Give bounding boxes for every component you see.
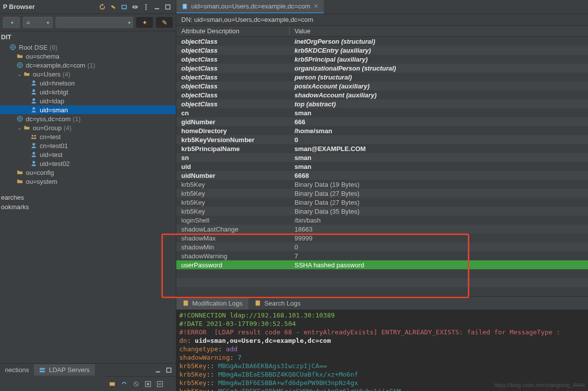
svg-point-17 — [32, 152, 35, 155]
table-row[interactable]: snsman — [176, 153, 588, 162]
tab-modification-logs[interactable]: Modification Logs — [176, 297, 248, 310]
new-server-icon[interactable] — [107, 379, 117, 389]
panel-minimize-icon[interactable] — [153, 365, 163, 375]
svg-point-14 — [32, 135, 34, 137]
th-value[interactable]: Value — [290, 27, 588, 35]
table-row[interactable]: shadowMax99999 — [176, 234, 588, 242]
table-row[interactable]: shadowWarning7 — [176, 251, 588, 260]
ldap-tree[interactable]: Root DSE(6)ou=schemadc=example,dc=com(1)… — [0, 41, 176, 193]
tree-item[interactable]: cn=test01 — [0, 141, 176, 150]
table-row[interactable]: krb5KeyBinary Data (19 Bytes) — [176, 180, 588, 189]
table-row[interactable]: homeDirectory/home/sman — [176, 126, 588, 135]
table-row[interactable]: userPasswordSSHA hashed password — [176, 260, 588, 269]
svg-point-9 — [32, 80, 35, 83]
tab-search-logs[interactable]: Search Logs — [248, 297, 306, 310]
tab-connections[interactable]: nections — [0, 364, 34, 376]
table-row[interactable]: krb5KeyBinary Data (27 Bytes) — [176, 189, 588, 198]
bookmarks-section[interactable]: ookmarks — [0, 202, 176, 214]
searches-section[interactable]: earches — [0, 193, 176, 202]
add-icon[interactable] — [143, 379, 153, 389]
filter-wand[interactable]: ✎ — [156, 17, 173, 28]
left-toolbar — [97, 2, 173, 12]
table-row[interactable]: krb5KeyVersionNumber0 — [176, 135, 588, 144]
tree-item[interactable]: ou=system — [0, 177, 176, 186]
restore-icon[interactable] — [163, 2, 173, 12]
table-row[interactable]: objectClassposixAccount (auxiliary) — [176, 81, 588, 90]
svg-point-11 — [32, 98, 35, 101]
connect-icon[interactable] — [119, 379, 129, 389]
table-row[interactable] — [176, 278, 588, 287]
tree-item[interactable]: uid=krbtgt — [0, 87, 176, 96]
log-output[interactable]: #!CONNECTION ldap://192.168.101.30:10389… — [176, 310, 588, 391]
tree-item[interactable]: cn=test — [0, 132, 176, 141]
table-row[interactable]: cnsman — [176, 108, 588, 117]
table-row[interactable]: objectClasskrb5KDCEntry (auxiliary) — [176, 46, 588, 55]
table-row[interactable]: shadowMin0 — [176, 242, 588, 251]
panel-restore-icon[interactable] — [164, 365, 174, 375]
svg-point-4 — [146, 8, 147, 10]
remove-icon[interactable] — [155, 379, 165, 389]
table-row[interactable]: krb5KeyBinary Data (35 Bytes) — [176, 207, 588, 216]
th-attr-desc[interactable]: Attribute Description — [176, 27, 290, 35]
tree-item[interactable]: Root DSE(6) — [0, 43, 176, 52]
table-row[interactable] — [176, 287, 588, 296]
tree-item[interactable]: dc=example,dc=com(1) — [0, 61, 176, 70]
tab-entry[interactable]: uid=sman,ou=Users,dc=example,dc=com ✕ — [176, 0, 324, 13]
menu-icon[interactable] — [141, 2, 151, 12]
link-icon[interactable] — [130, 2, 140, 12]
svg-line-25 — [135, 382, 138, 386]
dit-section-label: DIT — [0, 31, 176, 41]
table-row[interactable]: objectClassorganizationalPerson (structu… — [176, 64, 588, 73]
svg-rect-30 — [183, 6, 186, 6]
tree-item[interactable]: ou=schema — [0, 52, 176, 61]
table-row[interactable]: objectClassperson (structural) — [176, 73, 588, 81]
log-tabs: Modification Logs Search Logs — [176, 296, 588, 310]
close-icon[interactable]: ✕ — [313, 2, 319, 10]
table-row[interactable] — [176, 269, 588, 278]
tree-item[interactable]: ⌄ou=Group(4) — [0, 123, 176, 132]
minimize-icon[interactable] — [152, 2, 162, 12]
table-row[interactable]: gidNumber666 — [176, 117, 588, 126]
table-row[interactable]: uidsman — [176, 162, 588, 171]
tree-item[interactable]: dc=yss,dc=com(1) — [0, 114, 176, 123]
svg-point-10 — [32, 89, 35, 92]
svg-rect-22 — [167, 368, 171, 372]
svg-point-2 — [146, 4, 147, 5]
table-row[interactable]: loginShell/bin/bash — [176, 216, 588, 225]
table-row[interactable]: objectClasstop (abstract) — [176, 99, 588, 108]
filter-op[interactable]: =▾ — [23, 17, 53, 28]
tree-item[interactable]: uid=ldap — [0, 96, 176, 105]
tree-item[interactable]: uid=hnelson — [0, 78, 176, 87]
tree-item[interactable]: ⌄ou=Users(4) — [0, 70, 176, 78]
table-row[interactable]: shadowLastChange18663 — [176, 225, 588, 234]
collapse-icon[interactable] — [119, 2, 129, 12]
disable-icon[interactable] — [131, 379, 141, 389]
table-row[interactable]: objectClassinetOrgPerson (structural) — [176, 37, 588, 46]
filter-value[interactable]: ▾ — [56, 17, 133, 28]
svg-rect-29 — [183, 4, 186, 5]
right-panel: uid=sman,ou=Users,dc=example,dc=com ✕ DN… — [176, 0, 588, 391]
svg-rect-32 — [184, 301, 188, 306]
filter-run[interactable]: ✦ — [136, 17, 153, 28]
svg-point-3 — [146, 6, 147, 7]
tree-item[interactable]: uid=sman — [0, 105, 176, 114]
sync-icon[interactable] — [108, 2, 118, 12]
tree-item[interactable]: uid=test02 — [0, 159, 176, 168]
tab-ldap-servers[interactable]: LDAP Servers — [34, 364, 94, 376]
svg-rect-19 — [40, 368, 45, 370]
table-row[interactable]: krb5KeyBinary Data (27 Bytes) — [176, 198, 588, 207]
dn-field[interactable]: DN: uid=sman,ou=Users,dc=example,dc=com — [176, 14, 588, 26]
filter-toggle-1[interactable]: ▾ — [3, 17, 20, 28]
tree-item[interactable]: uid=test — [0, 150, 176, 159]
tree-item[interactable]: ou=config — [0, 168, 176, 177]
svg-point-18 — [32, 161, 35, 163]
table-row[interactable]: objectClasskrb5Principal (auxiliary) — [176, 55, 588, 64]
refresh-icon[interactable] — [97, 2, 107, 12]
table-row[interactable]: objectClassshadowAccount (auxiliary) — [176, 90, 588, 99]
table-row[interactable]: krb5PrincipalNamesman@EXAMPLE.COM — [176, 144, 588, 153]
table-row[interactable]: uidNumber6668 — [176, 171, 588, 180]
svg-point-12 — [32, 107, 35, 110]
svg-rect-33 — [256, 301, 260, 306]
attribute-table-body[interactable]: objectClassinetOrgPerson (structural)obj… — [176, 37, 588, 296]
svg-rect-20 — [40, 370, 45, 372]
